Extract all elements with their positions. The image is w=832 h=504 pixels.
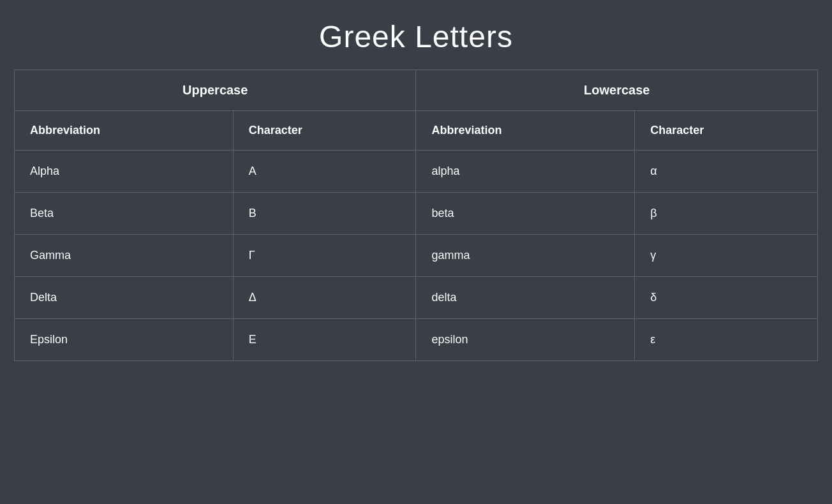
main-container: Greek Letters Uppercase Lowercase Abbrev…	[14, 19, 818, 361]
upper-abbr-cell: Delta	[15, 277, 234, 319]
uppercase-section-header: Uppercase	[15, 70, 416, 111]
page-title: Greek Letters	[14, 19, 818, 54]
lower-char-cell: β	[635, 193, 818, 235]
upper-abbr-cell: Beta	[15, 193, 234, 235]
upper-character-header: Character	[233, 111, 416, 151]
lower-abbreviation-header: Abbreviation	[416, 111, 635, 151]
lowercase-section-header: Lowercase	[416, 70, 818, 111]
lower-abbr-cell: alpha	[416, 151, 635, 193]
table-row: Gamma Γ gamma γ	[15, 235, 818, 277]
lower-abbr-cell: delta	[416, 277, 635, 319]
lower-char-cell: γ	[635, 235, 818, 277]
upper-char-cell: Β	[233, 193, 416, 235]
lower-abbr-cell: gamma	[416, 235, 635, 277]
upper-abbreviation-header: Abbreviation	[15, 111, 234, 151]
lower-abbr-cell: beta	[416, 193, 635, 235]
lower-char-cell: α	[635, 151, 818, 193]
column-header-row: Abbreviation Character Abbreviation Char…	[15, 111, 818, 151]
lower-char-cell: δ	[635, 277, 818, 319]
greek-letters-table: Uppercase Lowercase Abbreviation Charact…	[14, 70, 818, 361]
upper-abbr-cell: Epsilon	[15, 319, 234, 361]
lower-abbr-cell: epsilon	[416, 319, 635, 361]
table-row: Alpha Α alpha α	[15, 151, 818, 193]
lower-char-cell: ε	[635, 319, 818, 361]
lower-character-header: Character	[635, 111, 818, 151]
section-header-row: Uppercase Lowercase	[15, 70, 818, 111]
table-row: Delta Δ delta δ	[15, 277, 818, 319]
upper-char-cell: Α	[233, 151, 416, 193]
upper-char-cell: Ε	[233, 319, 416, 361]
table-row: Beta Β beta β	[15, 193, 818, 235]
upper-char-cell: Γ	[233, 235, 416, 277]
upper-abbr-cell: Alpha	[15, 151, 234, 193]
table-row: Epsilon Ε epsilon ε	[15, 319, 818, 361]
upper-char-cell: Δ	[233, 277, 416, 319]
upper-abbr-cell: Gamma	[15, 235, 234, 277]
